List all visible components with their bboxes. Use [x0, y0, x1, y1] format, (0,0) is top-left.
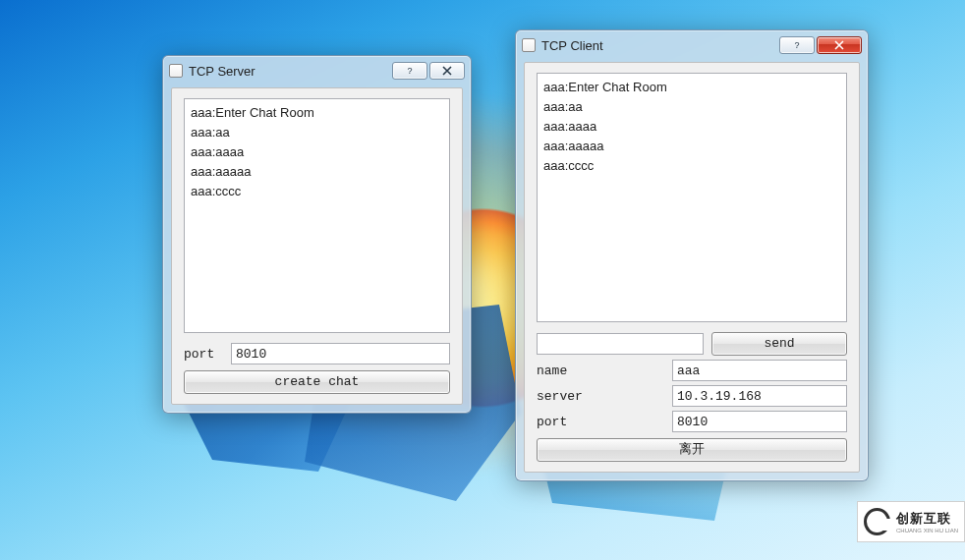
chat-line: aaa:aaaa: [191, 142, 443, 162]
message-input[interactable]: [537, 333, 704, 355]
server-title: TCP Server: [189, 64, 255, 79]
server-titlebar[interactable]: TCP Server ?: [163, 56, 471, 85]
watermark-brand-cn: 创新互联: [896, 510, 958, 528]
help-button[interactable]: ?: [779, 36, 815, 54]
server-port-label: port: [184, 347, 231, 362]
chat-line: aaa:cccc: [191, 182, 443, 201]
client-port-input[interactable]: [672, 411, 847, 432]
close-button[interactable]: [817, 36, 862, 54]
chat-line: aaa:aaaa: [543, 117, 840, 137]
name-input[interactable]: [672, 360, 847, 381]
server-chat-log[interactable]: aaa:Enter Chat Roomaaa:aaaaa:aaaaaaa:aaa…: [184, 98, 450, 333]
server-address-input[interactable]: [672, 385, 847, 407]
close-button[interactable]: [429, 62, 465, 80]
client-client-area: aaa:Enter Chat Roomaaa:aaaaa:aaaaaaa:aaa…: [524, 62, 860, 473]
client-title: TCP Client: [541, 38, 603, 53]
chat-line: aaa:aaaaa: [543, 137, 840, 156]
client-titlebar[interactable]: TCP Client ?: [516, 30, 868, 60]
name-label: name: [537, 364, 672, 378]
server-address-label: server: [537, 389, 672, 404]
chat-line: aaa:aa: [543, 97, 840, 117]
client-chat-log[interactable]: aaa:Enter Chat Roomaaa:aaaaa:aaaaaaa:aaa…: [537, 73, 847, 322]
server-port-input[interactable]: [231, 343, 450, 364]
watermark-logo-icon: [864, 508, 890, 535]
send-button[interactable]: send: [711, 332, 847, 356]
svg-text:?: ?: [407, 66, 412, 76]
app-icon: [522, 38, 536, 52]
client-port-label: port: [537, 415, 672, 429]
app-icon: [169, 64, 183, 78]
svg-text:?: ?: [794, 40, 799, 50]
tcp-client-window: TCP Client ? aaa:Enter Chat Roomaaa:aaaa…: [515, 29, 869, 481]
server-client-area: aaa:Enter Chat Roomaaa:aaaaa:aaaaaaa:aaa…: [171, 87, 463, 405]
chat-line: aaa:cccc: [543, 156, 840, 176]
chat-line: aaa:Enter Chat Room: [191, 103, 443, 123]
chat-line: aaa:aaaaa: [191, 162, 443, 182]
watermark-brand-en: CHUANG XIN HU LIAN: [896, 528, 958, 534]
leave-button[interactable]: 离开: [537, 438, 847, 462]
chat-line: aaa:Enter Chat Room: [543, 78, 840, 97]
help-button[interactable]: ?: [392, 62, 427, 80]
tcp-server-window: TCP Server ? aaa:Enter Chat Roomaaa:aaaa…: [162, 55, 472, 414]
chat-line: aaa:aa: [191, 123, 443, 142]
watermark-badge: 创新互联 CHUANG XIN HU LIAN: [857, 501, 965, 542]
create-chat-button[interactable]: create chat: [184, 370, 450, 394]
